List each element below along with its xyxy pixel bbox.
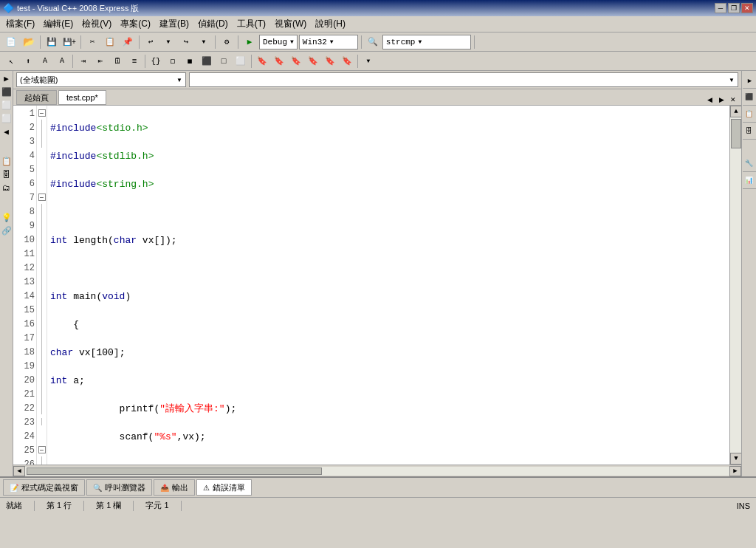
menu-help[interactable]: 說明(H) — [311, 16, 350, 32]
tb2-btn3[interactable]: A — [37, 54, 53, 69]
restore-button[interactable]: ❐ — [728, 3, 740, 13]
scroll-right-btn[interactable]: ▶ — [729, 466, 741, 476]
scroll-left-btn[interactable]: ◀ — [13, 466, 25, 476]
right-tb-btn1[interactable]: ▶ — [743, 72, 756, 89]
undo-button[interactable]: ↩ — [142, 35, 159, 49]
scope-left-dropdown[interactable]: (全域範圍) ▼ — [16, 72, 186, 87]
config-dropdown[interactable]: Debug ▼ — [259, 35, 298, 49]
target-dropdown[interactable]: strcmp ▼ — [382, 35, 471, 49]
platform-dropdown[interactable]: Win32 ▼ — [299, 35, 358, 49]
left-tb-btn1[interactable]: ▶ — [1, 72, 13, 84]
indent-btn[interactable]: ⇥ — [75, 54, 92, 69]
tb2-btn1[interactable]: ↖ — [3, 54, 19, 69]
right-tb-btn3[interactable]: 📋 — [743, 106, 756, 123]
right-tb-btn5[interactable]: 🔧 — [743, 156, 756, 172]
right-tb-btn2[interactable]: ⬛ — [743, 89, 756, 106]
left-tb-btn5[interactable]: ◀ — [1, 126, 13, 137]
tb2-btn10[interactable]: ⬜ — [233, 54, 249, 69]
menu-project[interactable]: 專案(C) — [116, 16, 155, 32]
tb2-btn8[interactable]: ⬛ — [199, 54, 215, 69]
tb2-btn4[interactable]: A — [54, 54, 70, 69]
bookmark4[interactable]: 🔖 — [305, 54, 321, 69]
horizontal-scrollbar[interactable]: ◀ ▶ — [13, 465, 741, 476]
title-bar-buttons: ─ ❐ ✕ — [715, 3, 753, 13]
code-line-3: #include <string.h> — [50, 177, 726, 191]
menu-edit[interactable]: 編輯(E) — [39, 16, 78, 32]
scope-right-dropdown[interactable]: ▼ — [189, 72, 738, 87]
toolbar-btn5[interactable]: ⚙ — [219, 35, 235, 49]
line-cont-15 — [37, 302, 47, 316]
paste-button[interactable]: 📌 — [120, 35, 136, 49]
code-editor[interactable]: #include <stdio.h> #include <stdlib.h> #… — [47, 106, 729, 465]
collapse-1[interactable]: ─ — [37, 106, 47, 120]
open-button[interactable]: 📂 — [21, 35, 37, 49]
menu-build[interactable]: 建置(B) — [155, 16, 193, 32]
cut-button[interactable]: ✂ — [84, 35, 100, 49]
redo-arrow[interactable]: ▼ — [196, 35, 212, 49]
redo-button[interactable]: ↪ — [178, 35, 194, 49]
bookmark5[interactable]: 🔖 — [322, 54, 338, 69]
tab-test-cpp[interactable]: test.cpp* — [58, 90, 106, 105]
play-button[interactable]: ▶ — [241, 35, 258, 49]
scroll-thumb[interactable] — [731, 119, 741, 148]
save-button[interactable]: 💾 — [44, 35, 60, 49]
left-tb-btn6[interactable]: 📋 — [1, 155, 13, 167]
menu-file[interactable]: 檔案(F) — [1, 16, 39, 32]
sep10 — [251, 55, 252, 68]
scroll-up-btn[interactable]: ▲ — [730, 106, 741, 117]
more-btn[interactable]: ▼ — [360, 54, 377, 69]
left-tb-btn4[interactable]: ⬜ — [1, 112, 13, 124]
bookmark3[interactable]: 🔖 — [288, 54, 304, 69]
bottom-tab-call-browser[interactable]: 🔍 呼叫瀏覽器 — [86, 479, 152, 496]
left-tb-btn2[interactable]: ⬛ — [1, 86, 13, 97]
save-all-button[interactable]: 💾+ — [61, 35, 78, 49]
menu-window[interactable]: 視窗(W) — [270, 16, 311, 32]
bottom-tab-errors[interactable]: ⚠ 錯誤清單 — [196, 479, 252, 496]
tb2-btn7[interactable]: ◼ — [182, 54, 198, 69]
search-icon: 🔍 — [365, 35, 381, 49]
outdent-btn[interactable]: ⇤ — [92, 54, 109, 69]
sep1 — [40, 35, 41, 49]
tb2-brace[interactable]: {} — [148, 54, 164, 69]
tb2-btn2[interactable]: ⬆ — [20, 54, 36, 69]
bottom-tab-output[interactable]: 📤 輸出 — [154, 479, 195, 496]
undo-arrow[interactable]: ▼ — [160, 35, 176, 49]
left-tb-btn7[interactable]: 🗄 — [1, 168, 13, 180]
scroll-track[interactable] — [730, 117, 741, 453]
left-tb-btn3[interactable]: ⬜ — [1, 99, 13, 111]
line-cont-11 — [37, 246, 47, 260]
right-tb-btn4[interactable]: 🗄 — [743, 123, 756, 140]
menu-view[interactable]: 檢視(V) — [78, 16, 116, 32]
vertical-scrollbar[interactable]: ▲ ▼ — [729, 106, 741, 465]
uncomment-btn[interactable]: ≡ — [126, 54, 142, 69]
close-button[interactable]: ✕ — [741, 3, 753, 13]
left-tb-btn10[interactable]: 🔗 — [1, 225, 13, 236]
bookmark6[interactable]: 🔖 — [339, 54, 355, 69]
menu-tools[interactable]: 工具(T) — [233, 16, 270, 32]
bookmark1[interactable]: 🔖 — [254, 54, 270, 69]
h-scroll-thumb[interactable] — [27, 467, 322, 475]
tb2-btn6[interactable]: ◻ — [165, 54, 181, 69]
new-button[interactable]: 📄 — [3, 35, 19, 49]
scroll-down-btn[interactable]: ▼ — [730, 453, 741, 465]
collapse-25[interactable]: ─ — [37, 442, 47, 456]
code-line-13 — [50, 458, 726, 465]
minimize-button[interactable]: ─ — [715, 3, 726, 13]
tab-scroll-left[interactable]: ◀ — [704, 95, 715, 105]
menu-debug[interactable]: 偵錯(D) — [193, 16, 233, 32]
tab-test-label: test.cpp* — [66, 93, 98, 102]
sep9 — [145, 55, 145, 68]
left-tb-btn8[interactable]: 🗂 — [1, 182, 13, 193]
copy-button[interactable]: 📋 — [102, 35, 118, 49]
bottom-tab-code-def[interactable]: 📝 程式碼定義視窗 — [3, 479, 85, 496]
right-tb-btn6[interactable]: 📊 — [743, 173, 756, 189]
collapse-7[interactable]: ─ — [37, 190, 47, 204]
comment-btn[interactable]: 🗓 — [109, 54, 126, 69]
tab-close-btn[interactable]: ✕ — [728, 95, 738, 105]
bookmark2[interactable]: 🔖 — [271, 54, 287, 69]
tab-scroll-right[interactable]: ▶ — [716, 95, 726, 105]
h-scroll-track[interactable] — [25, 467, 729, 476]
tab-start-page[interactable]: 起始頁 — [16, 90, 57, 105]
tb2-btn9[interactable]: □ — [216, 54, 232, 69]
left-tb-btn9[interactable]: 💡 — [1, 211, 13, 223]
